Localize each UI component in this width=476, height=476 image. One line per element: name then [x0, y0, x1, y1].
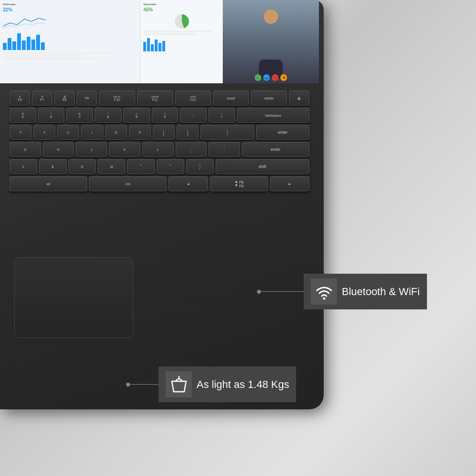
- number-key-row: %5 ^6 &7 *8 (9 )0 _- += backspace: [10, 108, 309, 123]
- key-p[interactable]: P: [129, 125, 151, 140]
- weight-icon-bg: [166, 371, 192, 397]
- key-percent-5[interactable]: %5: [10, 108, 36, 123]
- wifi-callout-dot: [257, 290, 261, 294]
- touchpad[interactable]: [14, 257, 133, 338]
- key-l[interactable]: L: [142, 142, 174, 157]
- video-controls: 🎤 📷 📞 🖥: [255, 74, 287, 81]
- key-end[interactable]: endF12: [175, 90, 211, 106]
- key-insert[interactable]: insert: [213, 90, 249, 106]
- key-ctrl[interactable]: ctrl: [89, 176, 167, 191]
- weight-icon: [170, 375, 188, 395]
- key-t[interactable]: T: [10, 125, 31, 140]
- key-rbrace[interactable]: }]: [177, 125, 198, 140]
- video-btn-share: 🖥: [280, 74, 287, 81]
- key-i[interactable]: I: [81, 125, 103, 140]
- key-right[interactable]: ►: [270, 176, 309, 191]
- key-h[interactable]: H: [43, 142, 74, 157]
- key-plus[interactable]: +=: [208, 108, 235, 123]
- key-alt[interactable]: alt: [10, 176, 87, 191]
- pie-chart: [175, 14, 189, 29]
- key-pipe[interactable]: |\: [200, 125, 254, 140]
- key-u[interactable]: U: [57, 125, 79, 140]
- wifi-icon-bg: [311, 278, 337, 305]
- key-quote[interactable]: "': [208, 142, 240, 157]
- tyuiop-key-row: T Y U I O P {[ }] |\ enter: [10, 125, 309, 140]
- vbnm-key-row: V B N M <, >. ?/ shift: [10, 159, 309, 174]
- video-btn-end: 📞: [272, 74, 278, 81]
- function-key-row: ☀F6 ☀F7 🖨F8 F9 prt scF10 homeF11 endF12 …: [10, 90, 309, 106]
- key-o[interactable]: O: [105, 125, 127, 140]
- key-prtsc[interactable]: prt scF10: [99, 90, 135, 106]
- person-head: [264, 10, 278, 24]
- key-f7[interactable]: ☀F7: [32, 90, 52, 106]
- key-rparen-0[interactable]: )0: [152, 108, 178, 123]
- key-home[interactable]: homeF11: [137, 90, 173, 106]
- key-shift[interactable]: shift: [216, 159, 309, 174]
- key-comma[interactable]: <,: [127, 159, 155, 174]
- key-amp-7[interactable]: &7: [66, 108, 93, 123]
- wifi-callout: Bluetooth & WiFi: [257, 274, 427, 309]
- key-m[interactable]: M: [98, 159, 125, 174]
- key-enter2[interactable]: enter: [242, 142, 309, 157]
- key-left[interactable]: ◄: [169, 176, 208, 191]
- weight-callout-text: As light as 1.48 Kgs: [197, 378, 289, 391]
- video-btn-cam: 📷: [263, 74, 270, 81]
- key-enter[interactable]: enter: [256, 125, 309, 140]
- key-minus[interactable]: _-: [180, 108, 207, 123]
- ghjkl-key-row: G H J K L :; "' enter: [10, 142, 309, 157]
- key-f8[interactable]: 🖨F8: [54, 90, 75, 106]
- weight-callout-dot: [126, 383, 130, 387]
- wifi-callout-box: Bluetooth & WiFi: [304, 274, 427, 309]
- wifi-callout-line: [261, 291, 304, 292]
- key-y[interactable]: Y: [33, 125, 55, 140]
- key-backspace[interactable]: backspace: [237, 108, 309, 123]
- key-b[interactable]: B: [39, 159, 67, 174]
- key-period[interactable]: >.: [157, 159, 184, 174]
- key-lbrace[interactable]: {[: [153, 125, 175, 140]
- screen-dashboard-1: Overview 32%: [0, 0, 140, 83]
- key-colon[interactable]: :;: [176, 142, 207, 157]
- key-up-down[interactable]: ▲ pg ▼ pg: [210, 176, 268, 191]
- video-btn-mic: 🎤: [255, 74, 261, 81]
- key-v[interactable]: V: [10, 159, 37, 174]
- weight-callout: As light as 1.48 Kgs: [126, 367, 296, 402]
- key-k[interactable]: K: [109, 142, 140, 157]
- weight-callout-box: As light as 1.48 Kgs: [159, 367, 296, 402]
- key-power[interactable]: ⏻: [289, 90, 309, 106]
- key-n[interactable]: N: [69, 159, 96, 174]
- wifi-callout-text: Bluetooth & WiFi: [342, 286, 420, 298]
- wifi-icon: [315, 283, 333, 301]
- video-person: [223, 0, 319, 83]
- screen-video: 🎤 📷 📞 🖥: [223, 0, 319, 83]
- key-f6[interactable]: ☀F6: [10, 90, 30, 106]
- weight-callout-line: [130, 384, 159, 385]
- key-g[interactable]: G: [10, 142, 41, 157]
- key-star-8[interactable]: *8: [95, 108, 121, 123]
- key-lparen-9[interactable]: (9: [123, 108, 150, 123]
- screen-dashboard-2: Overview 45%: [140, 0, 223, 83]
- key-caret-6[interactable]: ^6: [38, 108, 65, 123]
- bottom-key-row: alt ctrl ◄ ▲ pg ▼ pg ►: [10, 176, 309, 191]
- key-slash[interactable]: ?/: [186, 159, 214, 174]
- laptop-body: Overview 32%: [0, 0, 324, 409]
- key-delete[interactable]: delete: [251, 90, 287, 106]
- key-j[interactable]: J: [76, 142, 107, 157]
- screen-area: Overview 32%: [0, 0, 319, 83]
- svg-point-0: [323, 297, 325, 299]
- keyboard-area: ☀F6 ☀F7 🖨F8 F9 prt scF10 homeF11 endF12 …: [5, 83, 314, 203]
- key-f9[interactable]: F9: [77, 90, 97, 106]
